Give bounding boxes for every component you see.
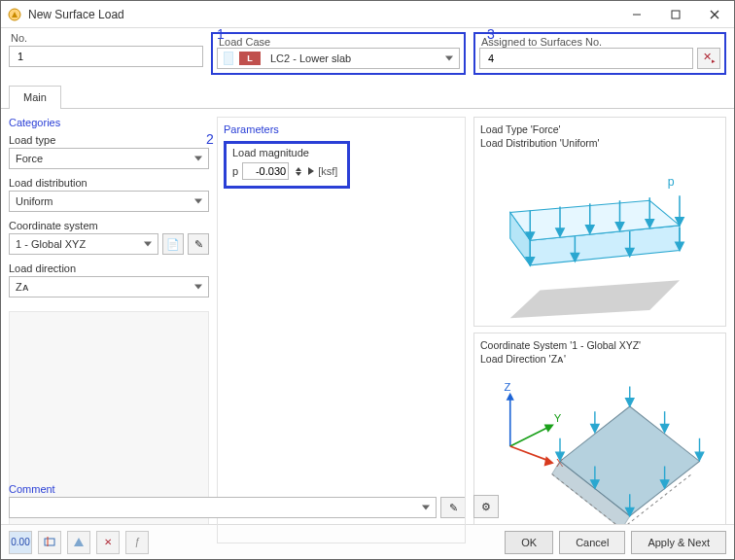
preview-top-line2: Load Distribution 'Uniform' xyxy=(480,137,719,149)
toolbar-btn-4[interactable]: ✕ xyxy=(96,531,120,554)
window-close-button[interactable] xyxy=(695,1,734,28)
preview-p-label: p xyxy=(668,175,675,189)
no-input[interactable] xyxy=(16,50,196,63)
load-dir-value: Zᴀ xyxy=(16,281,29,294)
preview-bottom-line2: Load Direction 'Zᴀ' xyxy=(480,353,719,365)
coord-value: 1 - Global XYZ xyxy=(16,238,86,250)
svg-text:Y: Y xyxy=(554,413,562,425)
preview-settings-button[interactable]: ⚙ xyxy=(473,495,499,518)
apply-next-button[interactable]: Apply & Next xyxy=(631,531,726,554)
preview-settings-icon: ⚙ xyxy=(481,501,491,513)
svg-marker-58 xyxy=(74,538,84,546)
coord-dropdown[interactable]: 1 - Global XYZ xyxy=(9,233,158,255)
assigned-group: Assigned to Surfaces No. ✕▸ xyxy=(473,32,726,75)
svg-marker-41 xyxy=(626,399,634,406)
load-dist-dropdown[interactable]: Uniform xyxy=(9,191,209,212)
no-group: No. xyxy=(9,32,203,75)
body: Categories Load type Force Load distribu… xyxy=(1,109,734,483)
assigned-input-wrap xyxy=(479,48,693,69)
assigned-label: Assigned to Surfaces No. xyxy=(479,36,602,48)
load-magnitude-symbol: p xyxy=(232,165,238,177)
load-magnitude-spinner[interactable] xyxy=(293,162,304,180)
load-case-badge: L xyxy=(239,52,261,65)
preview-top-graphic: p xyxy=(480,151,719,320)
pick-icon: ✕▸ xyxy=(703,51,716,65)
toolbar-icon-3 xyxy=(72,535,86,550)
load-dir-label: Load direction xyxy=(9,262,209,274)
preview-bottom-line1: Coordinate System '1 - Global XYZ' xyxy=(480,339,719,351)
units-button[interactable]: 0.00 xyxy=(9,531,32,554)
toolbar-btn-5[interactable]: ƒ xyxy=(125,531,149,554)
ok-button[interactable]: OK xyxy=(505,531,553,554)
tab-main[interactable]: Main xyxy=(9,86,61,109)
load-magnitude-unit: [ksf] xyxy=(318,165,337,177)
coord-label: Coordinate system xyxy=(9,220,209,231)
annotation-1: 1 xyxy=(217,26,225,42)
load-case-dropdown[interactable]: L LC2 - Lower slab xyxy=(217,48,460,69)
load-dist-value: Uniform xyxy=(16,195,53,207)
edit-icon: ✎ xyxy=(194,238,203,251)
load-magnitude-label: Load magnitude xyxy=(232,147,341,158)
load-case-group: Load Case L LC2 - Lower slab xyxy=(211,32,466,75)
categories-column: Categories Load type Force Load distribu… xyxy=(9,117,209,543)
load-type-value: Force xyxy=(16,153,43,164)
cancel-button[interactable]: Cancel xyxy=(559,531,625,554)
window-title: New Surface Load xyxy=(28,8,124,21)
svg-marker-30 xyxy=(507,393,514,401)
svg-rect-2 xyxy=(672,11,680,18)
svg-line-32 xyxy=(510,427,550,447)
preview-column: Load Type 'Force' Load Distribution 'Uni… xyxy=(473,117,726,543)
top-strip: 1 3 No. Load Case L LC2 - Lower slab xyxy=(1,28,734,75)
window-root: New Surface Load 1 3 No. Load Case xyxy=(0,0,735,560)
parameters-column: Parameters 2 Load magnitude p [ksf] xyxy=(217,117,466,543)
titlebar: New Surface Load xyxy=(1,1,734,28)
new-icon: 📄 xyxy=(166,238,180,251)
load-case-value: LC2 - Lower slab xyxy=(270,52,351,64)
toolbar-icon-4: ✕ xyxy=(104,537,112,547)
svg-rect-56 xyxy=(45,539,54,545)
svg-marker-36 xyxy=(544,457,554,467)
toolbar-btn-2[interactable] xyxy=(38,531,61,554)
load-magnitude-input[interactable] xyxy=(242,162,289,180)
load-type-label: Load type xyxy=(9,134,209,146)
coord-new-button[interactable]: 📄 xyxy=(162,233,184,255)
load-case-color-pre xyxy=(224,52,233,65)
toolbar-btn-3[interactable] xyxy=(67,531,90,554)
tab-bar: Main xyxy=(1,85,734,109)
units-label: 0.00 xyxy=(11,537,29,547)
annotation-2: 2 xyxy=(206,131,214,147)
load-case-label: Load Case xyxy=(217,36,270,48)
svg-line-35 xyxy=(510,446,550,461)
coord-edit-button[interactable]: ✎ xyxy=(188,233,209,255)
svg-marker-5 xyxy=(510,280,680,318)
categories-title: Categories xyxy=(9,117,209,128)
app-icon xyxy=(7,7,22,22)
load-dist-label: Load distribution xyxy=(9,177,209,189)
load-dir-dropdown[interactable]: Zᴀ xyxy=(9,276,209,298)
preview-tool-row: ⚙ xyxy=(473,495,726,518)
window-maximize-button[interactable] xyxy=(656,1,695,28)
no-label: No. xyxy=(9,32,203,44)
preview-top-line1: Load Type 'Force' xyxy=(480,123,719,135)
no-input-wrap xyxy=(9,46,203,67)
comment-dropdown[interactable] xyxy=(9,497,437,518)
preview-top: Load Type 'Force' Load Distribution 'Uni… xyxy=(473,117,726,327)
assigned-input[interactable] xyxy=(486,52,686,65)
svg-text:Z: Z xyxy=(505,381,511,393)
load-magnitude-apply-icon[interactable] xyxy=(308,167,314,175)
pick-surfaces-button[interactable]: ✕▸ xyxy=(697,48,720,69)
toolbar-icon-5: ƒ xyxy=(134,537,140,547)
load-magnitude-box: Load magnitude p [ksf] xyxy=(224,141,350,189)
window-minimize-button[interactable] xyxy=(617,1,656,28)
toolbar-icon-2 xyxy=(43,535,56,550)
parameters-title: Parameters xyxy=(224,123,459,135)
load-type-dropdown[interactable]: Force xyxy=(9,148,209,169)
annotation-3: 3 xyxy=(487,26,495,42)
